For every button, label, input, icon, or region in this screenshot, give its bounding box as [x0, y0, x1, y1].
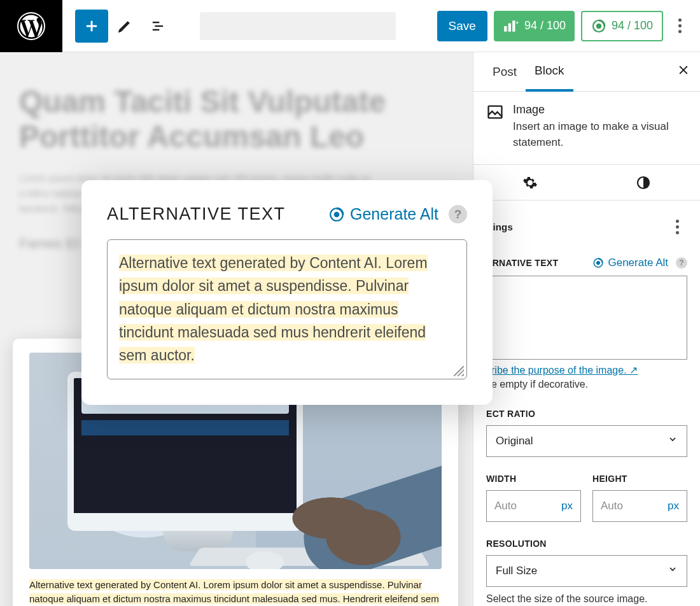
content-ai-score-badge[interactable]: 94 / 100 — [581, 11, 663, 41]
sidebar-tabs: Post Block — [473, 52, 700, 92]
alt-text-textarea[interactable] — [486, 276, 687, 360]
edit-icon[interactable] — [108, 10, 141, 43]
close-sidebar-button[interactable] — [677, 64, 690, 80]
chevron-down-icon — [668, 564, 678, 577]
save-button[interactable]: Save — [437, 11, 487, 41]
settings-panel: ttings ERNATIVE TEXT Generate Alt ? crib… — [473, 201, 700, 606]
generate-alt-link-small[interactable]: Generate Alt ? — [592, 257, 687, 269]
image-icon — [486, 103, 504, 121]
height-input[interactable]: Auto px — [592, 490, 687, 522]
svg-rect-7 — [504, 26, 507, 32]
wordpress-logo[interactable] — [0, 0, 62, 52]
textarea-resizer[interactable] — [454, 366, 464, 376]
resolution-select[interactable]: Full Size — [486, 555, 687, 587]
add-block-button[interactable] — [75, 10, 108, 43]
outline-icon[interactable] — [141, 10, 174, 43]
svg-rect-9 — [512, 20, 515, 31]
block-name: Image — [513, 103, 687, 116]
aspect-ratio-label: ECT RATIO — [486, 409, 687, 419]
generate-alt-button[interactable]: Generate Alt — [328, 205, 438, 223]
block-style-tabs — [473, 165, 700, 201]
settings-sidebar: Post Block Image Insert an image to make… — [473, 52, 700, 606]
popup-title: ALTERNATIVE TEXT — [107, 204, 286, 224]
gear-icon[interactable] — [522, 175, 538, 190]
aspect-ratio-select[interactable]: Original — [486, 425, 687, 457]
content-ai-score-text: 94 / 100 — [612, 19, 653, 32]
alt-text-popup: ALTERNATIVE TEXT Generate Alt ? Alternat… — [81, 180, 493, 405]
editor-topbar: Save 94 / 100 94 / 100 — [0, 0, 700, 52]
tab-block[interactable]: Block — [526, 52, 573, 92]
svg-point-17 — [597, 262, 600, 265]
resolution-label: RESOLUTION — [486, 539, 687, 549]
post-title[interactable]: Quam Taciti Sit Vulputate Porttitor Accu… — [19, 84, 454, 154]
block-header: Image Insert an image to make a visual s… — [473, 92, 700, 165]
panel-options-button[interactable] — [667, 212, 687, 243]
seo-score-text: 94 / 100 — [524, 19, 566, 32]
block-description: Insert an image to make a visual stateme… — [513, 119, 687, 150]
seo-score-badge[interactable]: 94 / 100 — [494, 11, 575, 41]
toolbar-left — [75, 10, 174, 43]
alt-purpose-link[interactable]: cribe the purpose of the image. ↗ — [486, 365, 638, 376]
toolbar-right: Save 94 / 100 94 / 100 — [437, 11, 700, 41]
width-input[interactable]: Auto px — [486, 490, 581, 522]
height-label: HEIGHT — [592, 474, 687, 484]
tab-post[interactable]: Post — [484, 52, 526, 92]
svg-rect-8 — [508, 23, 511, 31]
svg-point-19 — [335, 212, 339, 216]
more-options-button[interactable] — [669, 11, 690, 41]
image-caption[interactable]: Alternative text generated by Content AI… — [29, 578, 442, 606]
popup-alt-textarea[interactable]: Alternative text generated by Content AI… — [107, 239, 467, 379]
resolution-helper: Select the size of the source image. — [486, 592, 687, 606]
contrast-icon[interactable] — [636, 175, 651, 190]
chevron-down-icon — [668, 434, 678, 447]
alt-text-label: ERNATIVE TEXT — [486, 258, 558, 268]
help-icon[interactable]: ? — [676, 257, 687, 269]
width-label: WIDTH — [486, 474, 581, 484]
width-unit[interactable]: px — [561, 500, 573, 512]
block-search-input[interactable] — [200, 12, 396, 40]
popup-help-icon[interactable]: ? — [449, 205, 467, 223]
alt-text-helper: cribe the purpose of the image. ↗ ve emp… — [486, 363, 687, 392]
svg-point-11 — [597, 24, 601, 28]
height-unit[interactable]: px — [668, 500, 679, 512]
